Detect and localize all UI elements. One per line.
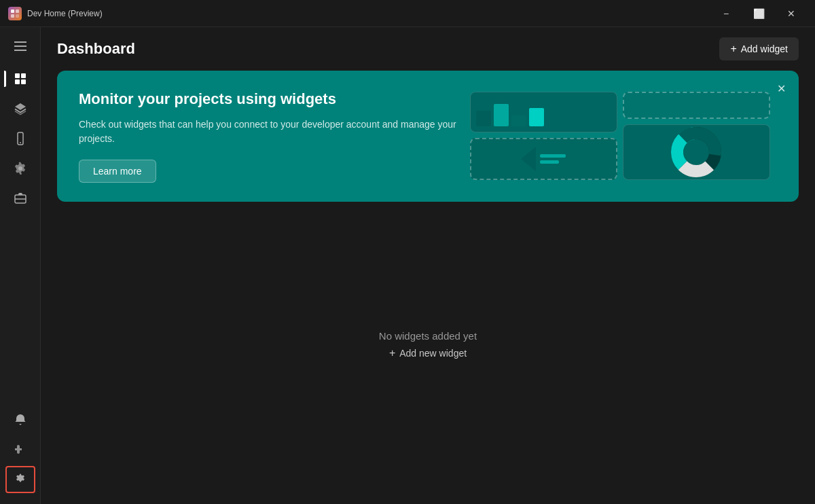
widget-bar-chart [470,92,617,132]
plus-icon-2: + [389,347,395,359]
sidebar-item-layers[interactable] [5,95,35,122]
widget-dashed-empty [623,92,770,119]
content-area: Monitor your projects using widgets Chec… [41,71,815,504]
sidebar-bottom [5,406,35,499]
svg-rect-5 [21,73,26,78]
sidebar-item-gear[interactable] [5,155,35,182]
line-2 [540,160,559,164]
dashboard-icon [14,72,27,86]
add-widget-button[interactable]: + Add widget [719,37,799,60]
plus-icon: + [730,43,736,55]
banner-left-panel [470,92,617,180]
sidebar [0,27,41,504]
banner: Monitor your projects using widgets Chec… [57,71,799,202]
svg-rect-0 [11,10,14,13]
sidebar-item-extensions[interactable] [5,436,35,463]
phone-icon [14,132,27,145]
title-bar-controls: − ⬜ ✕ [710,3,807,24]
app-title: Dev Home (Preview) [27,9,103,18]
sidebar-item-app-settings[interactable] [5,466,35,493]
widget-arrow-lines [470,138,617,180]
title-bar-left: Dev Home (Preview) [8,7,103,20]
banner-right-panel [623,92,770,180]
briefcase-icon [14,192,27,205]
svg-rect-7 [21,79,26,84]
sidebar-item-briefcase[interactable] [5,185,35,212]
banner-close-button[interactable]: ✕ [772,79,791,98]
app-container: Dashboard + Add widget Monitor your proj… [0,27,815,504]
notifications-icon [14,413,27,427]
header: Dashboard + Add widget [41,27,815,71]
banner-description: Check out widgets that can help you conn… [79,118,463,146]
add-widget-label: Add widget [741,43,788,54]
add-new-widget-label: Add new widget [399,348,467,359]
donut-chart-svg [669,125,723,179]
svg-rect-3 [16,14,19,18]
settings-icon [14,473,27,486]
svg-rect-4 [15,73,20,78]
lines-container [540,154,566,164]
sidebar-top [5,65,35,406]
svg-point-9 [20,142,21,143]
app-icon [8,7,22,20]
empty-state: No widgets added yet + Add new widget [57,202,799,488]
layers-icon [14,102,27,115]
widget-donut-chart [623,124,770,180]
banner-illustration [470,92,777,180]
page-title: Dashboard [57,40,135,58]
main-content: Dashboard + Add widget Monitor your proj… [41,27,815,504]
svg-rect-2 [11,14,14,18]
maximize-button[interactable]: ⬜ [743,3,774,24]
bar-2 [494,104,509,127]
arrow-left-icon [521,147,536,171]
bar-3 [511,115,526,127]
gear-icon [14,162,27,175]
bar-4 [529,108,544,126]
learn-more-button[interactable]: Learn more [79,160,156,183]
svg-rect-1 [16,10,19,13]
banner-text: Monitor your projects using widgets Chec… [79,90,463,183]
add-new-widget-button[interactable]: + Add new widget [389,347,467,359]
close-button[interactable]: ✕ [776,3,807,24]
minimize-button[interactable]: − [710,3,742,24]
bar-1 [476,111,491,126]
hamburger-icon [14,41,26,51]
no-widgets-text: No widgets added yet [379,330,477,342]
extensions-icon [14,443,27,456]
svg-rect-6 [15,79,20,84]
title-bar: Dev Home (Preview) − ⬜ ✕ [0,0,815,27]
sidebar-item-dashboard[interactable] [5,65,35,92]
line-1 [540,154,566,158]
sidebar-item-notifications[interactable] [5,406,35,433]
sidebar-item-device[interactable] [5,125,35,152]
menu-button[interactable] [5,33,35,60]
banner-title: Monitor your projects using widgets [79,90,463,109]
